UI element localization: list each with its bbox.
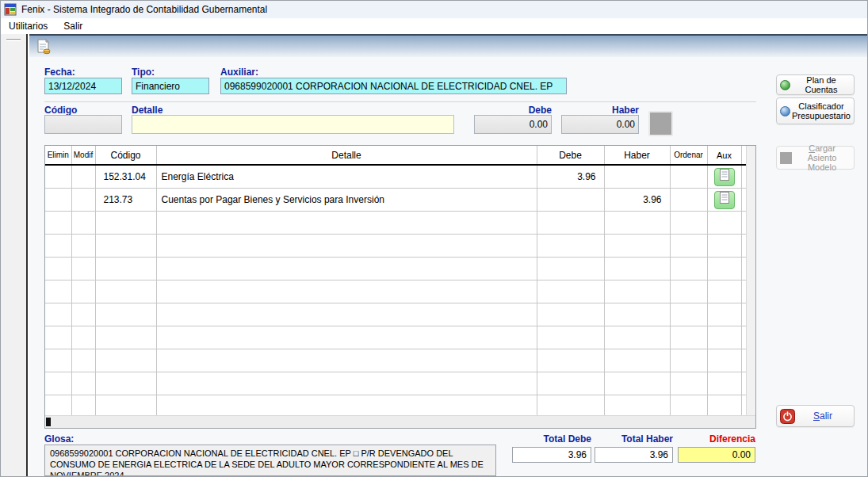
- cell-detalle: Cuentas por Pagar Bienes y Servicios par…: [156, 188, 537, 211]
- col-detalle: Detalle: [156, 146, 537, 165]
- cell-codigo: [95, 395, 156, 418]
- cell-elimin[interactable]: [45, 211, 71, 234]
- horizontal-scrollbar-thumb[interactable]: [46, 418, 51, 426]
- cell-ordenar: [670, 303, 707, 326]
- table-row: [45, 234, 746, 257]
- glosa-textarea[interactable]: 0968599020001 CORPORACION NACIONAL DE EL…: [44, 445, 496, 476]
- cell-modif[interactable]: [71, 303, 95, 326]
- cell-haber: 3.96: [604, 188, 670, 211]
- col-codigo: Código: [95, 146, 156, 165]
- diferencia-label: Diferencia: [678, 433, 755, 445]
- cell-debe: [537, 234, 604, 257]
- debe-label: Debe: [474, 105, 552, 116]
- cell-codigo: [95, 372, 156, 395]
- cell-modif[interactable]: [71, 234, 95, 257]
- cell-aux: [707, 326, 741, 349]
- codigo-input[interactable]: [44, 115, 122, 134]
- salir-label: Salir: [795, 411, 851, 421]
- cargar-asiento-modelo-button[interactable]: Cargar Asiento Modelo: [776, 146, 855, 170]
- cell-modif[interactable]: [71, 257, 95, 280]
- table-row: [45, 280, 746, 303]
- diferencia-field: 0.00: [678, 447, 755, 463]
- aux-button[interactable]: [714, 168, 735, 186]
- cell-modif[interactable]: [71, 326, 95, 349]
- cell-aux: [707, 395, 741, 418]
- cell-modif[interactable]: [71, 280, 95, 303]
- auxiliar-field[interactable]: 0968599020001 CORPORACION NACIONAL DE EL…: [220, 78, 567, 94]
- cell-aux: [707, 372, 741, 395]
- menu-salir[interactable]: Salir: [55, 18, 90, 34]
- table-row: 213.73Cuentas por Pagar Bienes y Servici…: [45, 188, 746, 211]
- cell-elimin[interactable]: [45, 303, 71, 326]
- add-entry-button[interactable]: [648, 111, 673, 136]
- col-modif: Modif: [71, 146, 95, 165]
- cell-aux: [707, 234, 741, 257]
- green-sphere-icon: [780, 80, 790, 90]
- cargar-line1: Cargar Asiento: [793, 143, 851, 162]
- menu-utilitarios[interactable]: Utilitarios: [1, 18, 55, 34]
- cell-aux: [707, 303, 741, 326]
- plan-de-cuentas-label: Plan de Cuentas: [792, 75, 851, 94]
- cell-aux: [707, 211, 741, 234]
- haber-input[interactable]: 0.00: [561, 115, 639, 134]
- cell-elimin[interactable]: [45, 395, 71, 418]
- cell-debe: [537, 211, 604, 234]
- cell-codigo: 152.31.04: [95, 165, 156, 188]
- clasificador-presupuestario-button[interactable]: Clasificador Presupuestario: [776, 97, 855, 124]
- cell-ordenar: [670, 280, 707, 303]
- auxiliar-label: Auxiliar:: [220, 67, 258, 78]
- blue-sphere-icon: [780, 106, 790, 116]
- menu-bar: Utilitarios Salir: [1, 18, 867, 34]
- table-row: [45, 211, 746, 234]
- cell-elimin[interactable]: [45, 326, 71, 349]
- cell-elimin[interactable]: [45, 257, 71, 280]
- cell-modif[interactable]: [71, 372, 95, 395]
- new-entry-document-icon[interactable]: [36, 38, 53, 55]
- cell-elimin[interactable]: [45, 165, 71, 188]
- plan-de-cuentas-button[interactable]: Plan de Cuentas: [776, 74, 855, 95]
- cell-modif[interactable]: [71, 395, 95, 418]
- entries-grid: Elimin Modif Código Detalle Debe Haber O…: [45, 146, 747, 418]
- cell-elimin[interactable]: [45, 372, 71, 395]
- cell-modif[interactable]: [71, 188, 95, 211]
- cell-modif[interactable]: [71, 165, 95, 188]
- cell-codigo: [95, 349, 156, 372]
- salir-button[interactable]: Salir: [776, 405, 855, 427]
- tipo-field[interactable]: Financiero: [132, 78, 209, 94]
- detalle-input[interactable]: [132, 115, 454, 134]
- cell-haber: [604, 303, 670, 326]
- cell-haber: [604, 165, 670, 188]
- debe-input[interactable]: 0.00: [474, 115, 552, 134]
- fecha-field[interactable]: 13/12/2024: [44, 78, 122, 94]
- cell-debe: [537, 395, 604, 418]
- cell-modif[interactable]: [71, 211, 95, 234]
- vertical-scrollbar[interactable]: [746, 146, 755, 415]
- cell-ordenar: [670, 188, 707, 211]
- cell-modif[interactable]: [71, 349, 95, 372]
- panel-grip[interactable]: [6, 39, 21, 41]
- cell-elimin[interactable]: [45, 234, 71, 257]
- cell-debe: [537, 280, 604, 303]
- cell-ordenar: [670, 395, 707, 418]
- cell-haber: [604, 326, 670, 349]
- cell-ordenar: [670, 257, 707, 280]
- app-window: Fenix - Sistema Integrado de Contabilida…: [0, 0, 868, 477]
- cell-haber: [604, 234, 670, 257]
- cell-detalle: [156, 395, 537, 418]
- col-ordenar: Ordenar: [670, 146, 707, 165]
- cell-haber: [604, 349, 670, 372]
- cell-codigo: [95, 326, 156, 349]
- cell-elimin[interactable]: [45, 188, 71, 211]
- aux-button[interactable]: [714, 191, 735, 209]
- col-haber: Haber: [604, 146, 670, 165]
- cell-elimin[interactable]: [45, 280, 71, 303]
- cell-aux: [707, 188, 741, 211]
- col-debe: Debe: [537, 146, 604, 165]
- clasificador-line1: Clasificador: [792, 101, 851, 111]
- haber-label: Haber: [561, 105, 639, 116]
- toolbar: [29, 36, 867, 57]
- cell-elimin[interactable]: [45, 349, 71, 372]
- horizontal-scrollbar[interactable]: [45, 415, 755, 428]
- tipo-label: Tipo:: [132, 67, 155, 78]
- cell-detalle: [156, 349, 537, 372]
